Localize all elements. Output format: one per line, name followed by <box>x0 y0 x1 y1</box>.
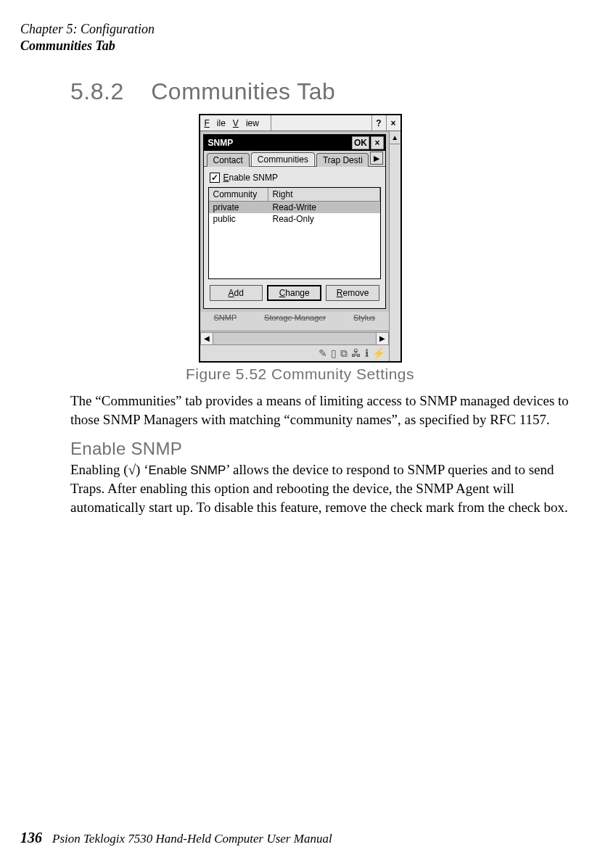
scroll-track[interactable] <box>213 332 376 345</box>
tab-contact[interactable]: Contact <box>207 153 250 167</box>
cell-right: Read-Only <box>268 213 380 225</box>
enable-snmp-checkbox[interactable]: ✓ <box>210 173 220 183</box>
view-menu[interactable]: View <box>233 118 259 128</box>
snmp-dialog: SNMP OK × Contact Communities Trap Desti… <box>203 134 386 309</box>
running-header-section: Communities Tab <box>20 38 580 54</box>
desktop-icon-stylus: Stylus <box>353 313 375 322</box>
desktop-icons-behind: SNMP Storage Manager Stylus <box>200 312 389 331</box>
page-footer: 136 Psion Teklogix 7530 Hand-Held Comput… <box>20 830 580 846</box>
tab-strip: Contact Communities Trap Desti ▶ <box>204 151 385 167</box>
tray-icon: ⧉ <box>340 347 348 360</box>
paragraph-enable-snmp: Enabling (√) ‘Enable SNMP’ allows the de… <box>70 460 571 516</box>
scroll-left-button[interactable]: ◀ <box>200 332 213 345</box>
tab-scroll-right[interactable]: ▶ <box>370 152 383 165</box>
help-button[interactable]: ? <box>371 115 386 131</box>
tab-communities[interactable]: Communities <box>251 152 315 166</box>
column-right[interactable]: Right <box>268 188 380 201</box>
tray-icon: ✎ <box>319 347 327 359</box>
dialog-close-button[interactable]: × <box>371 136 384 149</box>
scroll-right-button[interactable]: ▶ <box>376 332 389 345</box>
enable-snmp-row: ✓ Enable SNMP <box>208 170 381 187</box>
desktop-icon-storage-manager: Storage Manager <box>264 313 326 322</box>
system-menubar: File View ? × <box>200 115 400 131</box>
enable-snmp-label: Enable SNMP <box>223 173 278 183</box>
para2-part-b: Enable SNMP <box>149 463 226 477</box>
subheading-enable-snmp: Enable SNMP <box>70 439 580 459</box>
file-menu[interactable]: File <box>205 118 226 128</box>
device-screenshot: File View ? × SNMP OK × Contact <box>199 114 402 363</box>
table-row[interactable]: private Read-Write <box>209 202 380 213</box>
menubar-menus: File View <box>200 115 271 131</box>
list-header: Community Right <box>209 188 380 202</box>
scroll-up-button[interactable]: ▲ <box>390 131 400 144</box>
cell-community: private <box>209 202 268 213</box>
tray-icon: 🖧 <box>351 347 361 359</box>
page-number: 136 <box>20 830 42 846</box>
tab-trap-destinations[interactable]: Trap Desti <box>316 153 369 167</box>
figure-caption: Figure 5.52 Community Settings <box>186 365 414 383</box>
tray-icon: ℹ <box>365 347 369 359</box>
para2-part-a: Enabling (√) ‘ <box>70 462 149 477</box>
cell-right: Read-Write <box>268 202 380 213</box>
list-empty-area <box>209 225 380 278</box>
add-button[interactable]: Add <box>210 285 263 301</box>
close-button[interactable]: × <box>386 115 400 131</box>
dialog-button-row: Add Change Remove <box>208 279 381 304</box>
communities-listbox: Community Right private Read-Write publi… <box>208 187 381 279</box>
system-tray: ✎ ▯ ⧉ 🖧 ℹ ⚡ <box>200 345 389 361</box>
menubar-spacer <box>271 115 371 131</box>
column-community[interactable]: Community <box>209 188 268 201</box>
dialog-title-text: SNMP <box>208 138 234 148</box>
paragraph-intro: The “Communities” tab provides a means o… <box>70 392 571 429</box>
change-button[interactable]: Change <box>267 285 321 301</box>
figure-wrapper: File View ? × SNMP OK × Contact <box>20 114 580 383</box>
dialog-titlebar: SNMP OK × <box>204 135 385 151</box>
cell-community: public <box>209 213 268 225</box>
running-header-chapter: Chapter 5: Configuration <box>20 22 580 37</box>
tray-icon: ▯ <box>331 347 337 359</box>
section-title: Communities Tab <box>151 78 335 104</box>
section-heading: 5.8.2 Communities Tab <box>70 78 580 105</box>
dialog-body: ✓ Enable SNMP Community Right private Re… <box>204 167 385 308</box>
footer-text: Psion Teklogix 7530 Hand-Held Computer U… <box>52 832 332 846</box>
vertical-scroll-area: ▲ <box>389 131 400 361</box>
table-row[interactable]: public Read-Only <box>209 213 380 225</box>
ok-button[interactable]: OK <box>352 136 369 149</box>
section-number: 5.8.2 <box>70 78 124 104</box>
desktop-icon-snmp: SNMP <box>213 313 237 322</box>
remove-button[interactable]: Remove <box>326 285 379 301</box>
horizontal-scrollbar: ◀ ▶ <box>200 331 389 345</box>
tray-icon: ⚡ <box>372 347 385 359</box>
